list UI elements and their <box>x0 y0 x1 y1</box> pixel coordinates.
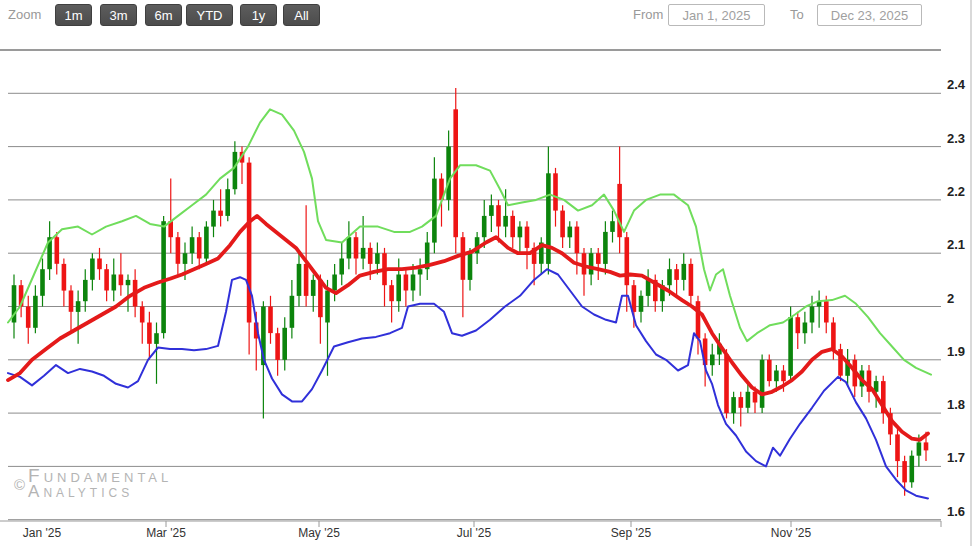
candle-body <box>354 237 359 258</box>
candle-body <box>176 237 181 264</box>
candle-body <box>90 259 95 280</box>
candle-body <box>753 392 758 403</box>
candle-body <box>767 360 772 381</box>
candle-body <box>560 211 565 238</box>
candle-body <box>917 442 922 455</box>
candle-body <box>55 237 60 264</box>
candle-body <box>446 147 451 200</box>
from-date-input[interactable] <box>668 4 765 26</box>
candle-body <box>510 216 515 237</box>
candle-body <box>26 307 31 328</box>
candle-body <box>418 269 423 274</box>
zoom-all-button[interactable]: All <box>283 4 320 26</box>
candle-body <box>290 296 295 328</box>
price-chart: 2.42.32.22.121.91.81.71.6Jan '25Mar '25M… <box>0 0 976 546</box>
candle-body <box>553 173 558 210</box>
zoom-1y-button[interactable]: 1y <box>240 4 277 26</box>
candle-body <box>311 280 316 296</box>
candle-body <box>62 264 67 291</box>
candle-body <box>739 397 744 408</box>
x-axis-label: Jan '25 <box>23 526 62 540</box>
candle-body <box>482 216 487 237</box>
candle-body <box>204 227 209 259</box>
candle-body <box>682 264 687 280</box>
candle-body <box>760 360 765 408</box>
candle-body <box>140 307 145 323</box>
to-date-input[interactable] <box>817 4 922 26</box>
x-axis-label: May '25 <box>298 526 340 540</box>
candle-body <box>325 291 330 323</box>
candle-body <box>546 173 551 264</box>
stock-chart-widget: 2.42.32.22.121.91.81.71.6Jan '25Mar '25M… <box>0 0 976 546</box>
candle-body <box>525 227 530 248</box>
candle-body <box>824 301 829 322</box>
candle-body <box>225 189 230 216</box>
candle-body <box>282 328 287 360</box>
candle-body <box>788 317 793 376</box>
candle-body <box>147 323 152 344</box>
candle-body <box>233 152 238 189</box>
candle-body <box>190 237 195 253</box>
candle-body <box>247 163 252 323</box>
x-axis-label: Jul '25 <box>457 526 492 540</box>
y-axis-label: 2.3 <box>947 131 965 146</box>
lower-band-line <box>8 269 928 498</box>
y-axis-label: 1.6 <box>947 504 965 519</box>
candle-body <box>468 253 473 280</box>
candle-body <box>275 333 280 360</box>
candle-body <box>375 253 380 264</box>
zoom-label: Zoom <box>8 7 41 22</box>
candle-body <box>674 269 679 280</box>
candle-body <box>796 317 801 333</box>
candle-body <box>696 301 701 338</box>
candle-body <box>154 333 159 344</box>
candle-body <box>625 237 630 285</box>
candle-body <box>161 221 166 333</box>
candle-body <box>361 248 366 259</box>
candle-body <box>610 221 615 232</box>
candle-body <box>97 259 102 270</box>
candle-body <box>910 456 915 483</box>
candle-body <box>596 253 601 264</box>
from-label: From <box>633 7 663 22</box>
right-border <box>970 0 972 546</box>
candle-body <box>304 264 309 296</box>
y-axis-label: 2 <box>947 291 954 306</box>
candle-body <box>69 291 74 312</box>
candle-body <box>197 237 202 258</box>
candle-body <box>710 355 715 366</box>
candle-body <box>83 280 88 301</box>
candle-body <box>339 259 344 275</box>
zoom-3m-button[interactable]: 3m <box>100 4 137 26</box>
candle-body <box>603 232 608 264</box>
candle-body <box>667 269 672 285</box>
gridlines: 2.42.32.22.121.91.81.71.6 <box>8 77 966 519</box>
candle-body <box>347 237 352 258</box>
y-axis-label: 2.1 <box>947 237 965 252</box>
candle-body <box>568 227 573 238</box>
x-axis-label: Mar '25 <box>146 526 186 540</box>
y-axis-label: 2.4 <box>947 77 966 92</box>
candle-body <box>218 211 223 216</box>
candle-body <box>489 205 494 216</box>
candle-body <box>589 253 594 274</box>
candle-body <box>902 461 907 482</box>
x-axis-label: Sep '25 <box>611 526 652 540</box>
candle-body <box>689 264 694 296</box>
zoom-1m-button[interactable]: 1m <box>55 4 92 26</box>
y-axis-label: 1.8 <box>947 397 965 412</box>
candle-body <box>404 275 409 291</box>
candle-body <box>617 184 622 237</box>
candle-body <box>112 275 117 291</box>
y-axis-label: 1.9 <box>947 344 965 359</box>
candle-body <box>496 205 501 226</box>
candle-body <box>924 442 929 450</box>
candle-body <box>774 371 779 382</box>
zoom-ytd-button[interactable]: YTD <box>186 4 233 26</box>
candle-body <box>389 285 394 301</box>
candle-body <box>810 307 815 323</box>
candlestick-series <box>12 88 929 496</box>
candle-body <box>831 323 836 350</box>
candle-body <box>503 216 508 227</box>
zoom-6m-button[interactable]: 6m <box>145 4 182 26</box>
